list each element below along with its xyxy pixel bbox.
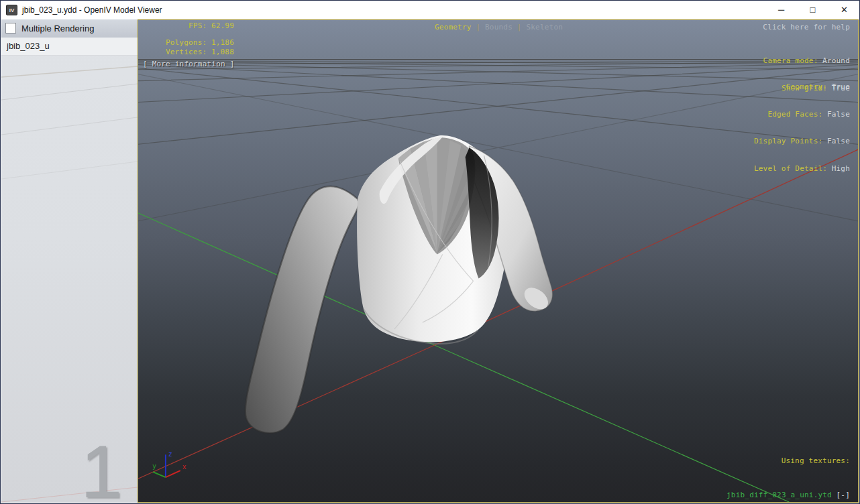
maximize-button[interactable]: □ — [797, 1, 828, 19]
polygon-count: Polygons:1,186 — [143, 38, 234, 47]
model-mesh — [246, 135, 553, 433]
geometry-toggle[interactable]: Geometry:True — [754, 82, 850, 92]
more-information-button[interactable]: [ More information ] — [143, 60, 234, 68]
viewport-3d-scene: z y x — [138, 20, 858, 502]
using-textures-header: Using textures: — [722, 455, 850, 466]
multiple-rendering-row: Multiple Rendering — [1, 19, 138, 38]
multiple-rendering-checkbox[interactable] — [5, 23, 16, 34]
close-button[interactable]: ✕ — [828, 1, 860, 19]
view-mode-tabs: Geometry | Bounds | Skeleton — [138, 23, 860, 32]
help-link[interactable]: Click here for help — [763, 23, 850, 32]
window-title: jbib_023_u.ydd - OpenIV Model Viewer — [22, 1, 162, 19]
tab-skeleton[interactable]: Skeleton — [526, 23, 563, 32]
viewport-3d[interactable]: z y x — [138, 19, 859, 503]
tab-separator: | — [472, 23, 485, 32]
tab-separator: | — [513, 23, 526, 32]
gizmo-x-label: x — [182, 463, 186, 470]
app-icon: IV — [6, 5, 17, 15]
sidebar: Multiple Rendering jbib_023_u 1 — [1, 19, 138, 503]
minimize-button[interactable]: ─ — [765, 1, 797, 19]
axis-gizmo: z y x — [152, 450, 186, 477]
model-list-item-label: jbib_023_u — [7, 38, 50, 55]
multiple-rendering-label: Multiple Rendering — [21, 19, 94, 38]
gizmo-z-label: z — [168, 450, 172, 458]
texture-entry: jbib_diff_023_a_uni.ytd[-] — [722, 489, 850, 501]
texture-panel: Using textures: jbib_diff_023_a_uni.ytd[… — [722, 432, 850, 504]
model-list-item[interactable]: jbib_023_u — [1, 38, 138, 56]
app-window: IV jbib_023_u.ydd - OpenIV Model Viewer … — [0, 0, 860, 504]
vertex-count: Vertices:1,088 — [143, 48, 234, 56]
tab-geometry[interactable]: Geometry — [435, 23, 472, 32]
render-options: Geometry:True Edged Faces:False Display … — [754, 64, 850, 191]
level-of-detail-toggle[interactable]: Level of Detail:High — [754, 164, 850, 174]
viewport-index-watermark: 1 — [80, 434, 122, 503]
remove-texture-button[interactable]: [-] — [837, 491, 850, 499]
display-points-toggle[interactable]: Display Points:False — [754, 137, 850, 146]
title-bar: IV jbib_023_u.ydd - OpenIV Model Viewer … — [1, 1, 859, 19]
gizmo-y-label: y — [152, 462, 156, 470]
edged-faces-toggle[interactable]: Edged Faces:False — [754, 110, 850, 119]
tab-bounds[interactable]: Bounds — [485, 23, 513, 32]
texture-file-name: jbib_diff_023_a_uni.ytd — [727, 491, 832, 499]
